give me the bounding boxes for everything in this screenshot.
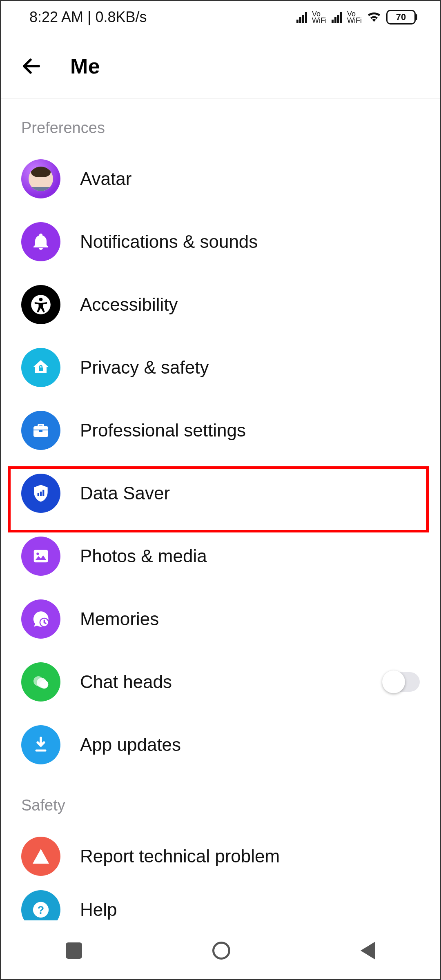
chat-clock-icon [21,599,60,639]
svg-rect-5 [34,550,48,563]
svg-rect-4 [42,490,44,496]
row-label: Privacy & safety [80,357,209,378]
svg-point-1 [39,298,43,301]
row-label: Data Saver [80,483,170,503]
nav-home-button[interactable] [212,942,230,960]
row-label: Chat heads [80,672,172,692]
row-label: Professional settings [80,420,246,441]
download-icon [21,725,60,764]
row-label: Memories [80,609,159,629]
svg-text:?: ? [38,904,44,916]
row-avatar[interactable]: Avatar [1,147,440,210]
vowifi-icon-2: VoWiFi [347,11,362,24]
nav-back-button[interactable] [361,942,375,960]
shield-data-icon [21,474,60,513]
bell-icon [21,222,60,261]
avatar-icon [21,159,60,198]
image-icon [21,537,60,576]
accessibility-icon [21,285,60,324]
row-label: Avatar [80,169,131,189]
wifi-icon [367,9,381,25]
row-label: Help [80,900,117,920]
row-app-updates[interactable]: App updates [1,713,440,776]
help-icon: ? [21,890,60,920]
svg-point-10 [40,680,49,689]
svg-rect-2 [38,493,39,496]
section-header-preferences: Preferences [1,99,440,147]
status-right: VoWiFi VoWiFi 70 [296,9,416,25]
row-professional[interactable]: Professional settings [1,399,440,462]
svg-rect-11 [36,750,47,752]
row-label: App updates [80,735,181,755]
arrow-left-icon [20,55,42,77]
section-header-safety: Safety [1,776,440,825]
row-accessibility[interactable]: Accessibility [1,273,440,336]
row-memories[interactable]: Memories [1,588,440,650]
system-nav-bar [1,922,440,979]
row-help[interactable]: ? Help [1,888,440,920]
vowifi-icon: VoWiFi [312,11,327,24]
battery-icon: 70 [386,10,416,24]
row-chat-heads[interactable]: Chat heads [1,650,440,713]
svg-rect-3 [40,492,42,496]
preferences-list: Avatar Notifications & sounds Accessibil… [1,147,440,776]
status-left: 8:22 AM | 0.8KB/s [29,9,147,26]
row-label: Photos & media [80,546,207,566]
nav-recents-button[interactable] [66,942,82,959]
chat-heads-icon [21,662,60,702]
page-title: Me [70,54,100,78]
app-bar: Me [1,33,440,99]
status-net-speed: 0.8KB/s [95,9,147,25]
signal-icon [296,11,307,23]
chat-heads-toggle[interactable] [383,672,420,692]
safety-list: Report technical problem ? Help [1,825,440,920]
row-data-saver[interactable]: Data Saver [1,462,440,525]
row-label: Report technical problem [80,846,280,866]
row-label: Notifications & sounds [80,232,258,252]
briefcase-icon [21,411,60,450]
status-time: 8:22 AM [29,9,83,25]
signal-icon-2 [332,11,342,23]
row-report[interactable]: Report technical problem [1,825,440,888]
row-label: Accessibility [80,294,178,315]
status-bar: 8:22 AM | 0.8KB/s VoWiFi VoWiFi 70 [1,1,440,33]
alert-triangle-icon [21,837,60,876]
svg-point-6 [36,552,39,555]
house-lock-icon [21,348,60,387]
row-photos[interactable]: Photos & media [1,525,440,588]
back-button[interactable] [17,52,46,80]
row-notifications[interactable]: Notifications & sounds [1,210,440,273]
row-privacy[interactable]: Privacy & safety [1,336,440,399]
